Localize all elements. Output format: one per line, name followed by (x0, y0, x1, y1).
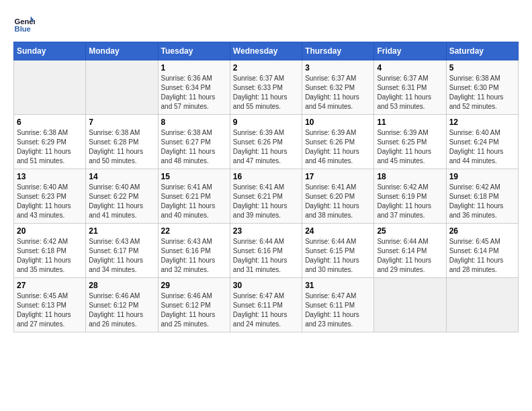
page-header: General Blue (13, 13, 519, 35)
day-info: Sunrise: 6:38 AMSunset: 6:27 PMDaylight:… (161, 128, 227, 166)
calendar-cell: 22Sunrise: 6:43 AMSunset: 6:16 PMDayligh… (158, 224, 230, 278)
day-number: 13 (17, 172, 83, 181)
calendar-cell: 18Sunrise: 6:42 AMSunset: 6:19 PMDayligh… (374, 169, 446, 224)
calendar-cell: 8Sunrise: 6:38 AMSunset: 6:27 PMDaylight… (158, 115, 230, 169)
day-number: 7 (89, 118, 154, 127)
calendar-cell (14, 60, 86, 115)
day-number: 22 (161, 226, 227, 236)
day-info: Sunrise: 6:44 AMSunset: 6:14 PMDaylight:… (377, 237, 443, 275)
calendar-cell: 2Sunrise: 6:37 AMSunset: 6:33 PMDaylight… (230, 60, 302, 115)
day-number: 8 (161, 118, 227, 127)
day-info: Sunrise: 6:42 AMSunset: 6:19 PMDaylight:… (377, 183, 443, 220)
day-number: 20 (17, 226, 83, 236)
day-info: Sunrise: 6:41 AMSunset: 6:21 PMDaylight:… (161, 183, 227, 220)
day-info: Sunrise: 6:47 AMSunset: 6:11 PMDaylight:… (233, 291, 299, 329)
day-info: Sunrise: 6:40 AMSunset: 6:24 PMDaylight:… (449, 128, 515, 166)
calendar-cell: 21Sunrise: 6:43 AMSunset: 6:17 PMDayligh… (86, 224, 158, 278)
logo-icon: General Blue (13, 13, 35, 35)
calendar-cell: 29Sunrise: 6:46 AMSunset: 6:12 PMDayligh… (158, 278, 230, 332)
day-number: 30 (233, 281, 299, 290)
day-number: 5 (449, 63, 515, 73)
day-number: 18 (377, 172, 443, 181)
day-number: 31 (305, 281, 371, 290)
day-number: 11 (377, 118, 443, 127)
day-number: 17 (305, 172, 371, 181)
day-number: 12 (449, 118, 515, 127)
calendar-cell: 16Sunrise: 6:41 AMSunset: 6:21 PMDayligh… (230, 169, 302, 224)
calendar-cell: 17Sunrise: 6:41 AMSunset: 6:20 PMDayligh… (302, 169, 374, 224)
day-info: Sunrise: 6:36 AMSunset: 6:34 PMDaylight:… (161, 74, 227, 111)
calendar-cell: 7Sunrise: 6:38 AMSunset: 6:28 PMDaylight… (86, 115, 158, 169)
weekday-header-row: SundayMondayTuesdayWednesdayThursdayFrid… (14, 42, 519, 60)
day-info: Sunrise: 6:43 AMSunset: 6:17 PMDaylight:… (89, 237, 154, 275)
calendar-week-row: 1Sunrise: 6:36 AMSunset: 6:34 PMDaylight… (14, 60, 519, 115)
day-info: Sunrise: 6:45 AMSunset: 6:13 PMDaylight:… (17, 291, 83, 329)
calendar-cell: 12Sunrise: 6:40 AMSunset: 6:24 PMDayligh… (446, 115, 518, 169)
day-number: 19 (449, 172, 515, 181)
day-info: Sunrise: 6:46 AMSunset: 6:12 PMDaylight:… (161, 291, 227, 329)
calendar-cell: 15Sunrise: 6:41 AMSunset: 6:21 PMDayligh… (158, 169, 230, 224)
day-info: Sunrise: 6:37 AMSunset: 6:33 PMDaylight:… (233, 74, 299, 111)
calendar-cell: 4Sunrise: 6:37 AMSunset: 6:31 PMDaylight… (374, 60, 446, 115)
calendar-table: SundayMondayTuesdayWednesdayThursdayFrid… (13, 42, 519, 332)
calendar-cell: 10Sunrise: 6:39 AMSunset: 6:26 PMDayligh… (302, 115, 374, 169)
day-info: Sunrise: 6:45 AMSunset: 6:14 PMDaylight:… (449, 237, 515, 275)
day-info: Sunrise: 6:47 AMSunset: 6:11 PMDaylight:… (305, 291, 371, 329)
calendar-week-row: 13Sunrise: 6:40 AMSunset: 6:23 PMDayligh… (14, 169, 519, 224)
day-number: 26 (449, 226, 515, 236)
calendar-cell: 27Sunrise: 6:45 AMSunset: 6:13 PMDayligh… (14, 278, 86, 332)
day-number: 14 (89, 172, 154, 181)
calendar-week-row: 6Sunrise: 6:38 AMSunset: 6:29 PMDaylight… (14, 115, 519, 169)
day-info: Sunrise: 6:37 AMSunset: 6:32 PMDaylight:… (305, 74, 371, 111)
weekday-header: Wednesday (230, 42, 302, 60)
calendar-cell (86, 60, 158, 115)
day-info: Sunrise: 6:39 AMSunset: 6:26 PMDaylight:… (305, 128, 371, 166)
calendar-week-row: 27Sunrise: 6:45 AMSunset: 6:13 PMDayligh… (14, 278, 519, 332)
calendar-cell: 9Sunrise: 6:39 AMSunset: 6:26 PMDaylight… (230, 115, 302, 169)
calendar-cell: 14Sunrise: 6:40 AMSunset: 6:22 PMDayligh… (86, 169, 158, 224)
day-info: Sunrise: 6:44 AMSunset: 6:16 PMDaylight:… (233, 237, 299, 275)
day-info: Sunrise: 6:44 AMSunset: 6:15 PMDaylight:… (305, 237, 371, 275)
svg-text:Blue: Blue (15, 25, 31, 33)
day-number: 23 (233, 226, 299, 236)
calendar-cell: 11Sunrise: 6:39 AMSunset: 6:25 PMDayligh… (374, 115, 446, 169)
day-number: 29 (161, 281, 227, 290)
calendar-cell: 5Sunrise: 6:38 AMSunset: 6:30 PMDaylight… (446, 60, 518, 115)
calendar-cell: 1Sunrise: 6:36 AMSunset: 6:34 PMDaylight… (158, 60, 230, 115)
calendar-cell: 6Sunrise: 6:38 AMSunset: 6:29 PMDaylight… (14, 115, 86, 169)
day-info: Sunrise: 6:42 AMSunset: 6:18 PMDaylight:… (17, 237, 83, 275)
day-number: 28 (89, 281, 154, 290)
calendar-cell: 19Sunrise: 6:42 AMSunset: 6:18 PMDayligh… (446, 169, 518, 224)
weekday-header: Friday (374, 42, 446, 60)
day-number: 27 (17, 281, 83, 290)
day-info: Sunrise: 6:43 AMSunset: 6:16 PMDaylight:… (161, 237, 227, 275)
day-info: Sunrise: 6:46 AMSunset: 6:12 PMDaylight:… (89, 291, 154, 329)
weekday-header: Saturday (446, 42, 518, 60)
calendar-cell: 23Sunrise: 6:44 AMSunset: 6:16 PMDayligh… (230, 224, 302, 278)
day-number: 2 (233, 63, 299, 73)
calendar-cell: 24Sunrise: 6:44 AMSunset: 6:15 PMDayligh… (302, 224, 374, 278)
day-info: Sunrise: 6:41 AMSunset: 6:21 PMDaylight:… (233, 183, 299, 220)
day-info: Sunrise: 6:37 AMSunset: 6:31 PMDaylight:… (377, 74, 443, 111)
calendar-cell: 30Sunrise: 6:47 AMSunset: 6:11 PMDayligh… (230, 278, 302, 332)
weekday-header: Thursday (302, 42, 374, 60)
calendar-cell: 25Sunrise: 6:44 AMSunset: 6:14 PMDayligh… (374, 224, 446, 278)
calendar-cell: 20Sunrise: 6:42 AMSunset: 6:18 PMDayligh… (14, 224, 86, 278)
day-info: Sunrise: 6:38 AMSunset: 6:28 PMDaylight:… (89, 128, 154, 166)
day-number: 1 (161, 63, 227, 73)
calendar-cell: 31Sunrise: 6:47 AMSunset: 6:11 PMDayligh… (302, 278, 374, 332)
day-number: 10 (305, 118, 371, 127)
day-number: 24 (305, 226, 371, 236)
calendar-cell: 26Sunrise: 6:45 AMSunset: 6:14 PMDayligh… (446, 224, 518, 278)
logo: General Blue (13, 13, 38, 35)
day-number: 9 (233, 118, 299, 127)
day-number: 6 (17, 118, 83, 127)
calendar-cell: 3Sunrise: 6:37 AMSunset: 6:32 PMDaylight… (302, 60, 374, 115)
calendar-week-row: 20Sunrise: 6:42 AMSunset: 6:18 PMDayligh… (14, 224, 519, 278)
day-info: Sunrise: 6:38 AMSunset: 6:29 PMDaylight:… (17, 128, 83, 166)
calendar-cell: 13Sunrise: 6:40 AMSunset: 6:23 PMDayligh… (14, 169, 86, 224)
day-number: 16 (233, 172, 299, 181)
calendar-cell (446, 278, 518, 332)
day-info: Sunrise: 6:39 AMSunset: 6:25 PMDaylight:… (377, 128, 443, 166)
calendar-cell (374, 278, 446, 332)
